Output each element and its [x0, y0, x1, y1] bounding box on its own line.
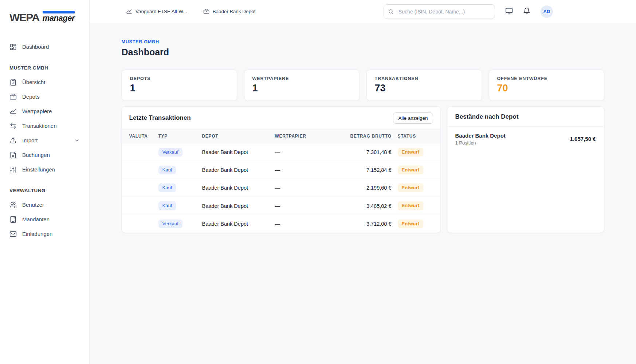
sidebar-item-wertpapiere[interactable]: Wertpapiere [0, 104, 89, 119]
cell-betrag: 3.485,02 € [335, 197, 392, 215]
page-title: Dashboard [122, 47, 604, 58]
cell-valuta [122, 179, 158, 197]
stats-grid: DEPOTS 1 WERTPAPIERE 1 TRANSAKTIONEN 73 … [122, 70, 604, 101]
mail-icon [9, 230, 17, 238]
status-badge: Entwurf [398, 166, 423, 174]
sidebar-item-einladungen[interactable]: Einladungen [0, 227, 89, 241]
sidebar-item-import[interactable]: Import [0, 133, 89, 148]
column-header-typ: TYP [158, 129, 202, 143]
sidebar-item-dashboard[interactable]: Dashboard [0, 40, 89, 54]
column-header-wertpapier: WERTPAPIER [275, 129, 335, 143]
cell-betrag: 3.712,00 € [335, 215, 392, 233]
transactions-title: Letzte Transaktionen [129, 114, 191, 122]
stat-value: 70 [497, 83, 596, 94]
stat-card-depots: DEPOTS 1 [122, 70, 237, 101]
type-badge: Kauf [158, 183, 176, 192]
cell-wertpapier: — [275, 215, 335, 233]
sidebar-item-benutzer[interactable]: Benutzer [0, 198, 89, 212]
type-badge: Verkauf [158, 148, 182, 157]
sidebar-item-depots[interactable]: Depots [0, 90, 89, 104]
briefcase-icon [203, 8, 209, 15]
topbar-quick-links: Vanguard FTSE All-W... Baader Bank Depot [126, 8, 255, 15]
sidebar-item-mandanten[interactable]: Mandanten [0, 212, 89, 227]
cell-typ: Kauf [158, 161, 202, 179]
chart-line-icon [9, 108, 17, 115]
cell-wertpapier: — [275, 179, 335, 197]
sidebar: WEPA manager Dashboard MUSTER GMBH Übers… [0, 0, 90, 364]
main-grid: Letzte Transaktionen Alle anzeigen VALUT… [122, 106, 604, 233]
cell-valuta [122, 215, 158, 233]
column-header-depot: DEPOT [202, 129, 275, 143]
dashboard-icon [9, 43, 17, 51]
stat-card-wertpapiere: WERTPAPIERE 1 [244, 70, 360, 101]
display-mode-button[interactable] [505, 7, 513, 16]
list-item[interactable]: Baader Bank Depot 1 Position 1.657,50 € [447, 127, 604, 151]
bell-icon [523, 7, 530, 16]
cell-wertpapier: — [275, 197, 335, 215]
sidebar-item-buchungen[interactable]: Buchungen [0, 148, 89, 162]
notifications-button[interactable] [523, 7, 530, 16]
users-icon [9, 201, 17, 209]
sliders-icon [9, 166, 17, 173]
table-row[interactable]: Kauf Baader Bank Depot — 7.152,84 € Entw… [122, 161, 440, 179]
view-all-button[interactable]: Alle anzeigen [393, 112, 433, 124]
table-row[interactable]: Kauf Baader Bank Depot — 3.485,02 € Entw… [122, 197, 440, 215]
sidebar-section-title-verwaltung: VERWALTUNG [0, 188, 89, 193]
sidebar-item-transaktionen[interactable]: Transaktionen [0, 119, 89, 133]
sidebar-item-label: Benutzer [22, 202, 80, 208]
holdings-list: Baader Bank Depot 1 Position 1.657,50 € [447, 127, 604, 151]
stat-card-offene-entw-rfe: OFFENE ENTWÜRFE 70 [489, 70, 604, 101]
type-badge: Kauf [158, 201, 176, 210]
cell-typ: Verkauf [158, 215, 202, 233]
cell-betrag: 2.199,60 € [335, 179, 392, 197]
type-badge: Kauf [158, 166, 176, 174]
trending-up-icon [126, 8, 132, 15]
stat-value: 1 [130, 83, 229, 94]
sidebar-item-label: Einladungen [22, 231, 80, 237]
sidebar-nav: Dashboard MUSTER GMBH Übersicht Depots W… [0, 40, 89, 241]
stat-value: 73 [375, 83, 474, 94]
status-badge: Entwurf [398, 183, 423, 192]
cell-betrag: 7.152,84 € [335, 161, 392, 179]
cell-wertpapier: — [275, 161, 335, 179]
holdings-card: Bestände nach Depot Baader Bank Depot 1 … [447, 106, 604, 233]
cell-status: Entwurf [392, 161, 440, 179]
holding-name: Baader Bank Depot [455, 132, 506, 139]
brand-suffix: manager [43, 15, 75, 22]
cell-depot: Baader Bank Depot [202, 161, 275, 179]
holding-value: 1.657,50 € [570, 136, 596, 142]
stat-label: WERTPAPIERE [252, 76, 351, 81]
sidebar-item-label: Übersicht [22, 79, 80, 85]
quick-link-baader-bank-depot[interactable]: Baader Bank Depot [203, 8, 256, 15]
search-icon [388, 9, 394, 15]
search-input[interactable] [384, 4, 495, 19]
table-row[interactable]: Verkauf Baader Bank Depot — 3.712,00 € E… [122, 215, 440, 233]
cell-wertpapier: — [275, 143, 335, 161]
cell-depot: Baader Bank Depot [202, 197, 275, 215]
sidebar-item-label: Import [22, 137, 68, 143]
cell-typ: Kauf [158, 179, 202, 197]
sidebar-item-bersicht[interactable]: Übersicht [0, 75, 89, 90]
chevron-down-icon[interactable] [74, 138, 80, 143]
cell-valuta [122, 197, 158, 215]
cell-typ: Verkauf [158, 143, 202, 161]
column-header-valuta: VALUTA [122, 129, 158, 143]
cell-valuta [122, 161, 158, 179]
cell-depot: Baader Bank Depot [202, 179, 275, 197]
sidebar-item-label: Dashboard [22, 44, 80, 50]
status-badge: Entwurf [398, 148, 423, 157]
quick-link-vanguard-ftse-all-w[interactable]: Vanguard FTSE All-W... [126, 8, 187, 15]
quick-link-label: Vanguard FTSE All-W... [136, 9, 187, 14]
status-badge: Entwurf [398, 219, 423, 228]
holding-subtitle: 1 Position [455, 140, 506, 146]
main-column: Vanguard FTSE All-W... Baader Bank Depot… [90, 0, 636, 364]
sidebar-item-einstellungen[interactable]: Einstellungen [0, 162, 89, 177]
table-row[interactable]: Verkauf Baader Bank Depot — 7.301,48 € E… [122, 143, 440, 161]
search [384, 4, 495, 19]
sidebar-item-label: Wertpapiere [22, 108, 80, 114]
transactions-table: VALUTA TYP DEPOT WERTPAPIER BETRAG BRUTT… [122, 129, 440, 233]
quick-link-label: Baader Bank Depot [213, 9, 256, 14]
avatar[interactable]: AD [541, 5, 553, 18]
cell-valuta [122, 143, 158, 161]
table-row[interactable]: Kauf Baader Bank Depot — 2.199,60 € Entw… [122, 179, 440, 197]
